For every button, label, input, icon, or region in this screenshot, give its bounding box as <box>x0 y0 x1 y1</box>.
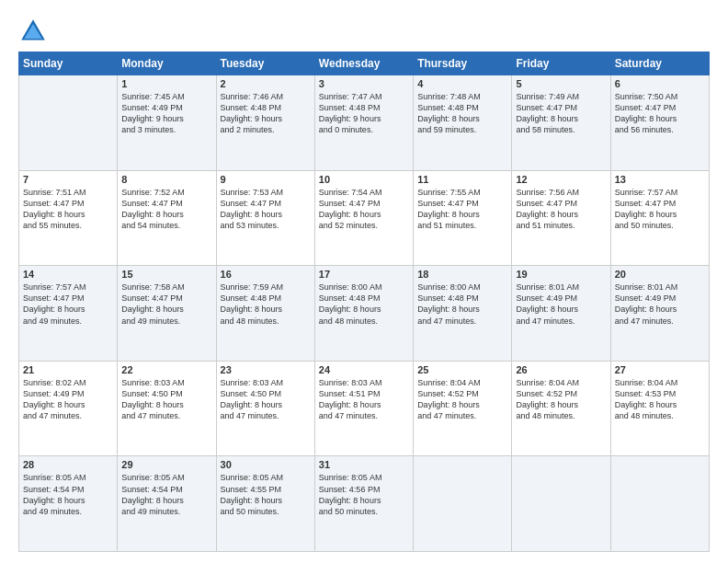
day-number: 31 <box>319 459 409 470</box>
day-cell: 9Sunrise: 7:53 AM Sunset: 4:47 PM Daylig… <box>216 170 314 266</box>
day-info: Sunrise: 8:05 AM Sunset: 4:54 PM Dayligh… <box>23 472 113 517</box>
day-cell: 8Sunrise: 7:52 AM Sunset: 4:47 PM Daylig… <box>118 170 216 266</box>
day-cell: 4Sunrise: 7:48 AM Sunset: 4:48 PM Daylig… <box>414 75 512 171</box>
day-cell <box>19 75 118 171</box>
day-cell: 10Sunrise: 7:54 AM Sunset: 4:47 PM Dayli… <box>314 170 413 266</box>
day-cell: 7Sunrise: 7:51 AM Sunset: 4:47 PM Daylig… <box>19 170 118 266</box>
day-info: Sunrise: 7:47 AM Sunset: 4:48 PM Dayligh… <box>319 91 409 136</box>
day-number: 27 <box>615 364 705 375</box>
day-info: Sunrise: 7:59 AM Sunset: 4:48 PM Dayligh… <box>221 282 311 327</box>
day-info: Sunrise: 7:57 AM Sunset: 4:47 PM Dayligh… <box>23 282 113 327</box>
day-info: Sunrise: 7:52 AM Sunset: 4:47 PM Dayligh… <box>121 187 211 232</box>
day-number: 18 <box>417 269 507 280</box>
day-cell: 16Sunrise: 7:59 AM Sunset: 4:48 PM Dayli… <box>216 266 314 362</box>
day-info: Sunrise: 7:46 AM Sunset: 4:48 PM Dayligh… <box>221 91 311 136</box>
day-info: Sunrise: 7:50 AM Sunset: 4:47 PM Dayligh… <box>615 91 705 136</box>
day-info: Sunrise: 7:57 AM Sunset: 4:47 PM Dayligh… <box>615 187 705 232</box>
day-info: Sunrise: 8:02 AM Sunset: 4:49 PM Dayligh… <box>23 377 113 422</box>
week-row-2: 7Sunrise: 7:51 AM Sunset: 4:47 PM Daylig… <box>19 170 710 266</box>
col-header-tuesday: Tuesday <box>216 52 314 75</box>
calendar-table: SundayMondayTuesdayWednesdayThursdayFrid… <box>18 52 710 552</box>
page: SundayMondayTuesdayWednesdayThursdayFrid… <box>0 0 728 563</box>
day-cell: 2Sunrise: 7:46 AM Sunset: 4:48 PM Daylig… <box>216 75 314 171</box>
day-number: 14 <box>23 269 113 280</box>
day-cell <box>414 456 512 552</box>
day-cell: 15Sunrise: 7:58 AM Sunset: 4:47 PM Dayli… <box>118 266 216 362</box>
day-number: 22 <box>121 364 211 375</box>
day-number: 23 <box>221 364 311 375</box>
day-info: Sunrise: 8:01 AM Sunset: 4:49 PM Dayligh… <box>615 282 705 327</box>
day-number: 7 <box>23 174 113 185</box>
day-number: 3 <box>319 78 409 89</box>
day-cell: 29Sunrise: 8:05 AM Sunset: 4:54 PM Dayli… <box>118 456 216 552</box>
day-number: 25 <box>417 364 507 375</box>
day-cell: 3Sunrise: 7:47 AM Sunset: 4:48 PM Daylig… <box>314 75 413 171</box>
day-cell: 30Sunrise: 8:05 AM Sunset: 4:55 PM Dayli… <box>216 456 314 552</box>
day-info: Sunrise: 8:03 AM Sunset: 4:51 PM Dayligh… <box>319 377 409 422</box>
day-number: 2 <box>221 78 311 89</box>
day-info: Sunrise: 8:00 AM Sunset: 4:48 PM Dayligh… <box>319 282 409 327</box>
day-info: Sunrise: 7:56 AM Sunset: 4:47 PM Dayligh… <box>516 187 606 232</box>
day-info: Sunrise: 7:58 AM Sunset: 4:47 PM Dayligh… <box>121 282 211 327</box>
day-number: 29 <box>121 459 211 470</box>
day-info: Sunrise: 7:49 AM Sunset: 4:47 PM Dayligh… <box>516 91 606 136</box>
col-header-friday: Friday <box>512 52 610 75</box>
day-number: 20 <box>615 269 705 280</box>
day-info: Sunrise: 8:00 AM Sunset: 4:48 PM Dayligh… <box>417 282 507 327</box>
day-cell: 27Sunrise: 8:04 AM Sunset: 4:53 PM Dayli… <box>610 361 709 456</box>
day-cell: 6Sunrise: 7:50 AM Sunset: 4:47 PM Daylig… <box>610 75 709 171</box>
day-info: Sunrise: 7:48 AM Sunset: 4:48 PM Dayligh… <box>417 91 507 136</box>
day-cell <box>610 456 709 552</box>
col-header-wednesday: Wednesday <box>314 52 413 75</box>
week-row-3: 14Sunrise: 7:57 AM Sunset: 4:47 PM Dayli… <box>19 266 710 362</box>
day-info: Sunrise: 7:45 AM Sunset: 4:49 PM Dayligh… <box>121 91 211 136</box>
day-number: 26 <box>516 364 606 375</box>
day-info: Sunrise: 8:05 AM Sunset: 4:54 PM Dayligh… <box>121 472 211 517</box>
day-cell: 22Sunrise: 8:03 AM Sunset: 4:50 PM Dayli… <box>118 361 216 456</box>
week-row-1: 1Sunrise: 7:45 AM Sunset: 4:49 PM Daylig… <box>19 75 710 171</box>
day-number: 15 <box>121 269 211 280</box>
col-header-saturday: Saturday <box>610 52 709 75</box>
header-row: SundayMondayTuesdayWednesdayThursdayFrid… <box>19 52 710 75</box>
day-number: 30 <box>221 459 311 470</box>
col-header-sunday: Sunday <box>19 52 118 75</box>
day-cell: 13Sunrise: 7:57 AM Sunset: 4:47 PM Dayli… <box>610 170 709 266</box>
week-row-5: 28Sunrise: 8:05 AM Sunset: 4:54 PM Dayli… <box>19 456 710 552</box>
day-cell: 14Sunrise: 7:57 AM Sunset: 4:47 PM Dayli… <box>19 266 118 362</box>
day-cell: 17Sunrise: 8:00 AM Sunset: 4:48 PM Dayli… <box>314 266 413 362</box>
day-number: 5 <box>516 78 606 89</box>
day-info: Sunrise: 7:55 AM Sunset: 4:47 PM Dayligh… <box>417 187 507 232</box>
header <box>18 17 710 46</box>
day-number: 16 <box>221 269 311 280</box>
day-cell: 25Sunrise: 8:04 AM Sunset: 4:52 PM Dayli… <box>414 361 512 456</box>
day-cell: 1Sunrise: 7:45 AM Sunset: 4:49 PM Daylig… <box>118 75 216 171</box>
logo <box>18 17 51 46</box>
day-number: 1 <box>121 78 211 89</box>
day-info: Sunrise: 8:04 AM Sunset: 4:53 PM Dayligh… <box>615 377 705 422</box>
day-info: Sunrise: 7:54 AM Sunset: 4:47 PM Dayligh… <box>319 187 409 232</box>
day-cell: 26Sunrise: 8:04 AM Sunset: 4:52 PM Dayli… <box>512 361 610 456</box>
day-cell: 28Sunrise: 8:05 AM Sunset: 4:54 PM Dayli… <box>19 456 118 552</box>
day-number: 28 <box>23 459 113 470</box>
day-cell: 23Sunrise: 8:03 AM Sunset: 4:50 PM Dayli… <box>216 361 314 456</box>
day-info: Sunrise: 8:05 AM Sunset: 4:55 PM Dayligh… <box>221 472 311 517</box>
day-cell: 20Sunrise: 8:01 AM Sunset: 4:49 PM Dayli… <box>610 266 709 362</box>
logo-icon <box>18 17 48 46</box>
day-number: 8 <box>121 174 211 185</box>
col-header-monday: Monday <box>118 52 216 75</box>
day-cell: 18Sunrise: 8:00 AM Sunset: 4:48 PM Dayli… <box>414 266 512 362</box>
col-header-thursday: Thursday <box>414 52 512 75</box>
day-number: 19 <box>516 269 606 280</box>
day-info: Sunrise: 7:51 AM Sunset: 4:47 PM Dayligh… <box>23 187 113 232</box>
day-info: Sunrise: 8:01 AM Sunset: 4:49 PM Dayligh… <box>516 282 606 327</box>
day-number: 4 <box>417 78 507 89</box>
day-cell: 31Sunrise: 8:05 AM Sunset: 4:56 PM Dayli… <box>314 456 413 552</box>
day-cell <box>512 456 610 552</box>
day-number: 21 <box>23 364 113 375</box>
day-number: 12 <box>516 174 606 185</box>
day-info: Sunrise: 8:03 AM Sunset: 4:50 PM Dayligh… <box>221 377 311 422</box>
day-cell: 24Sunrise: 8:03 AM Sunset: 4:51 PM Dayli… <box>314 361 413 456</box>
day-cell: 12Sunrise: 7:56 AM Sunset: 4:47 PM Dayli… <box>512 170 610 266</box>
day-cell: 21Sunrise: 8:02 AM Sunset: 4:49 PM Dayli… <box>19 361 118 456</box>
day-info: Sunrise: 7:53 AM Sunset: 4:47 PM Dayligh… <box>221 187 311 232</box>
